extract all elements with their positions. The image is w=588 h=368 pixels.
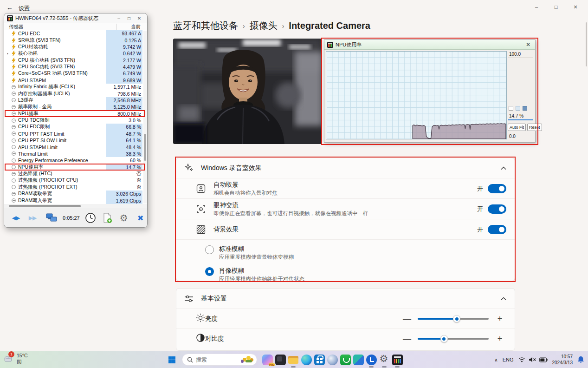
sensor-row[interactable]: CPU PPT FAST Limit48.7 % — [4, 131, 147, 137]
sensor-row[interactable]: NPU频率800.0 MHz — [4, 111, 147, 117]
sensor-row[interactable]: 过热降频 (PROCHOT CPU)否 — [4, 177, 147, 184]
store-taskbar-button[interactable] — [313, 351, 326, 368]
auto-fit-button[interactable]: Auto Fit — [508, 124, 526, 131]
npu-graph-body: 100.0 14.7 % Auto Fit Reset 0.0 — [324, 50, 535, 142]
portrait-blur-option[interactable]: 肖像模糊 应用轻度模糊使你始终处于对焦状态 — [205, 267, 515, 281]
sensor-row[interactable]: DRAM写入带宽1.619 Gbps — [4, 197, 147, 204]
file-explorer-taskbar-button[interactable] — [287, 351, 300, 368]
graph-color-swatches[interactable] — [509, 106, 527, 111]
browser-swirl-taskbar-button[interactable] — [326, 351, 339, 368]
breadcrumb-cameras[interactable]: 摄像头 — [250, 20, 278, 32]
start-button[interactable] — [165, 353, 178, 366]
sensor-row[interactable]: 内存控制器频率 (UCLK)798.6 MHz — [4, 90, 147, 97]
breadcrumb-bluetooth-devices[interactable]: 蓝牙和其他设备 — [173, 20, 238, 32]
contrast-slider[interactable] — [418, 338, 489, 340]
sensor-row[interactable]: CPU SoC功耗 (SVI3 TFN)4.479 W — [4, 64, 147, 70]
sensor-row[interactable]: SR电流 (SVI3 TFN)0.125 A — [4, 37, 147, 43]
sensor-row[interactable]: CPU封装功耗9.742 W — [4, 44, 147, 50]
dark-app-taskbar-button[interactable] — [274, 351, 287, 368]
back-button[interactable]: ← — [6, 4, 13, 11]
clock-widget[interactable]: 10:57 2024/3/13 — [552, 354, 573, 366]
sensor-row[interactable]: CPU PPT SLOW Limit64.1 % — [4, 137, 147, 144]
eye-contact-toggle[interactable] — [488, 204, 506, 214]
chevron-up-icon[interactable] — [501, 297, 506, 301]
close-icon[interactable]: ✕ — [524, 41, 532, 48]
sensor-row[interactable]: DRAM读取带宽3.026 Gbps — [4, 191, 147, 197]
sensor-row[interactable]: 过热降频 (PROCHOT EXT)否 — [4, 184, 147, 191]
radio-portrait-blur[interactable] — [205, 267, 214, 276]
standard-blur-option[interactable]: 标准模糊 应用重度模糊使背景物体变模糊 — [205, 245, 515, 261]
contrast-increase-button[interactable]: + — [496, 334, 504, 344]
minimize-button[interactable]: – — [527, 2, 546, 12]
contrast-decrease-button[interactable]: — — [403, 334, 410, 344]
copilot-taskbar-button[interactable] — [261, 351, 274, 368]
teal-app-taskbar-button[interactable] — [352, 351, 365, 368]
running-indicator — [291, 366, 296, 368]
brightness-increase-button[interactable]: + — [496, 314, 504, 324]
brightness-slider-thumb[interactable] — [453, 315, 460, 322]
hwinfo-titlebar[interactable]: HWiNFO64 v7.72-5355 - 传感器状态 – □ ✕ — [4, 13, 147, 23]
system-tray-icons[interactable] — [518, 357, 548, 362]
sensor-row[interactable]: CPU TDC限制3.0 % — [4, 117, 147, 124]
brightness-decrease-button[interactable]: — — [403, 314, 410, 324]
green-store-taskbar-button[interactable] — [339, 351, 352, 368]
close-button[interactable]: ✕ — [566, 2, 585, 12]
weather-widget[interactable]: 1 15°C 阴 — [3, 353, 27, 365]
background-effects-row: 背景效果 开 — [176, 219, 515, 239]
vertical-scrollbar[interactable] — [143, 31, 147, 204]
reset-button[interactable]: Reset — [527, 124, 542, 131]
search-box[interactable] — [182, 354, 257, 366]
chevron-up-icon[interactable] — [501, 166, 506, 170]
page-scrollbar[interactable] — [586, 22, 587, 66]
maximize-button[interactable]: □ — [546, 2, 566, 12]
search-input[interactable] — [196, 356, 238, 363]
minimize-button[interactable]: – — [114, 16, 124, 21]
bolt-icon — [11, 31, 16, 36]
sensor-row[interactable]: APU STAPM Limit48.4 % — [4, 144, 147, 150]
gauge-icon — [11, 158, 16, 163]
sensor-row[interactable]: 频率限制 - 全局5,125.0 MHz — [4, 104, 147, 110]
background-effects-toggle[interactable] — [488, 225, 506, 234]
settings-gear-icon[interactable]: ⚙ — [117, 211, 131, 225]
close-button[interactable]: ✕ — [134, 16, 144, 21]
sensor-value: 1.619 Gbps — [106, 197, 142, 204]
sensor-row[interactable]: Infinity Fabric 频率 (FCLK)1,597.1 MHz — [4, 84, 147, 90]
clock-icon[interactable] — [84, 211, 97, 225]
sensor-row[interactable]: Core+SoC+SR 功耗 (SVI3 TFN)6.749 W — [4, 70, 147, 77]
contrast-row: 对比度 — + — [176, 329, 515, 348]
basic-settings-header[interactable]: 基本设置 — [176, 289, 515, 309]
contrast-slider-thumb[interactable] — [440, 335, 448, 342]
clock-app-taskbar-button[interactable] — [365, 351, 378, 368]
brightness-slider[interactable] — [418, 318, 489, 320]
studio-effects-header[interactable]: Windows 录音室效果 — [176, 158, 515, 178]
edge-taskbar-button[interactable] — [300, 351, 313, 368]
hwinfo-taskbar-button[interactable] — [391, 351, 404, 368]
sensor-row[interactable]: APU STAPM9.689 W — [4, 77, 147, 84]
sensor-row[interactable]: 过热降频 (HTC)否 — [4, 171, 147, 177]
expand-icon[interactable]: › — [7, 52, 11, 56]
remote-monitoring-icon[interactable] — [45, 211, 59, 225]
report-add-icon[interactable] — [100, 211, 114, 225]
radio-standard-blur[interactable] — [205, 245, 214, 254]
sensor-row[interactable]: CPU EDC限制66.8 % — [4, 124, 147, 130]
nav-arrows-icon[interactable]: ◀▶ — [9, 211, 23, 225]
sensor-row[interactable]: ›核心功耗0.642 W — [4, 50, 147, 57]
sensor-row[interactable]: L3缓存2,546.8 MHz — [4, 97, 147, 104]
notification-bell-icon[interactable] — [577, 356, 584, 363]
sensor-value: 60 % — [106, 157, 142, 164]
settings-gear-taskbar-button[interactable] — [378, 351, 391, 368]
sensor-row[interactable]: CPU 核心功耗 (SVI3 TFN)2.177 W — [4, 57, 147, 64]
search-highlight-image[interactable] — [241, 355, 255, 364]
auto-framing-toggle[interactable] — [488, 184, 506, 193]
close-x-icon[interactable]: ✖ — [134, 211, 148, 225]
tray-chevron-up-icon[interactable]: ∧ — [494, 357, 498, 362]
npu-window-titlebar[interactable]: NPU使用率 ✕ — [324, 40, 535, 50]
sensor-row[interactable]: Energy Performance Preference60 % — [4, 157, 147, 164]
maximize-button[interactable]: □ — [124, 16, 134, 21]
horizontal-scrollbar[interactable] — [4, 204, 147, 208]
sensor-row[interactable]: CPU EDC93.467 A — [4, 30, 147, 37]
sensor-row[interactable]: Thermal Limit38.3 % — [4, 151, 147, 157]
sensor-row[interactable]: NPU使用率14.7 % — [4, 164, 147, 171]
gauge-icon — [11, 125, 16, 130]
language-indicator[interactable]: ENG — [503, 357, 514, 362]
